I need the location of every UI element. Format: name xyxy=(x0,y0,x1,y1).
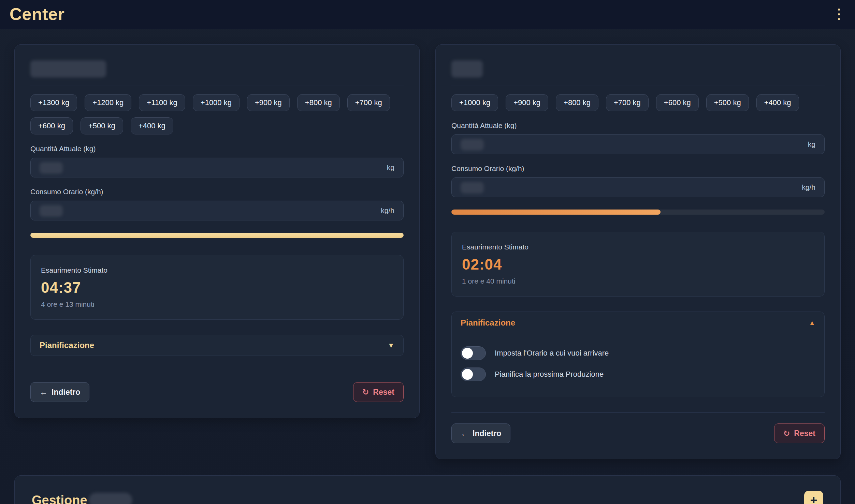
redacted-card-title xyxy=(451,60,483,77)
card-footer: ← Indietro ↻ Reset xyxy=(30,382,404,402)
quick-add-button[interactable]: +1000 kg xyxy=(193,94,240,111)
card-footer: ← Indietro ↻ Reset xyxy=(451,423,825,443)
reset-label: Reset xyxy=(373,388,394,397)
depletion-duration: 4 ore e 13 minuti xyxy=(41,300,393,308)
next-production-toggle-label: Pianifica la prossima Produzione xyxy=(495,370,604,379)
chevron-down-icon: ▼ xyxy=(388,342,394,349)
app-header: Center xyxy=(0,0,855,29)
reset-button[interactable]: ↻ Reset xyxy=(774,423,825,443)
back-arrow-icon: ← xyxy=(40,388,47,397)
divider xyxy=(451,412,825,413)
divider xyxy=(30,86,404,86)
planning-accordion-collapsed[interactable]: Pianificazione ▼ xyxy=(30,335,404,356)
planning-title: Pianificazione xyxy=(461,318,515,328)
consumption-label: Consumo Orario (kg/h) xyxy=(451,164,825,173)
planning-accordion-header[interactable]: Pianificazione ▲ xyxy=(452,312,824,334)
page-title: Center xyxy=(10,4,64,24)
planning-title: Pianificazione xyxy=(40,341,94,350)
redacted-consumption-value xyxy=(40,205,63,217)
management-header: Gestione + xyxy=(32,491,823,504)
level-progressbar xyxy=(30,233,404,238)
management-section: Gestione + xyxy=(14,475,841,504)
chevron-up-icon: ▲ xyxy=(809,319,815,327)
depletion-label: Esaurimento Stimato xyxy=(41,266,393,274)
quick-add-button[interactable]: +1000 kg xyxy=(451,94,498,111)
toggle-knob xyxy=(462,348,473,359)
quick-add-button[interactable]: +800 kg xyxy=(297,94,340,111)
divider xyxy=(30,371,404,371)
depletion-duration: 1 ore e 40 minuti xyxy=(462,277,814,285)
silo-card-right: +1000 kg+900 kg+800 kg+700 kg+600 kg+500… xyxy=(435,44,841,459)
quick-add-chips: +1300 kg+1200 kg+1100 kg+1000 kg+900 kg+… xyxy=(30,94,404,134)
toggle-row: Pianifica la prossima Produzione xyxy=(461,368,815,381)
quantity-label: Quantità Attuale (kg) xyxy=(30,145,404,153)
consumption-unit: kg/h xyxy=(802,183,815,191)
quantity-label: Quantità Attuale (kg) xyxy=(451,121,825,130)
consumption-label: Consumo Orario (kg/h) xyxy=(30,188,404,196)
reset-icon: ↻ xyxy=(783,429,790,438)
back-label: Indietro xyxy=(473,429,501,438)
planning-accordion-expanded: Pianificazione ▲ Imposta l'Orario a cui … xyxy=(451,312,825,397)
depletion-label: Esaurimento Stimato xyxy=(462,243,814,251)
redacted-card-title xyxy=(30,60,106,77)
quick-add-button[interactable]: +800 kg xyxy=(556,94,598,111)
divider xyxy=(451,86,825,86)
quick-add-button[interactable]: +600 kg xyxy=(656,94,699,111)
level-progressbar xyxy=(451,210,825,215)
add-item-button[interactable]: + xyxy=(804,491,823,504)
depletion-time: 04:37 xyxy=(41,279,393,296)
back-label: Indietro xyxy=(52,388,80,397)
quick-add-button[interactable]: +900 kg xyxy=(506,94,548,111)
reset-icon: ↻ xyxy=(362,388,369,397)
quick-add-button[interactable]: +1100 kg xyxy=(139,94,185,111)
toggle-knob xyxy=(462,369,473,380)
redacted-management-title-suffix xyxy=(89,493,132,504)
quick-add-button[interactable]: +400 kg xyxy=(131,117,173,134)
quick-add-button[interactable]: +500 kg xyxy=(81,117,123,134)
quantity-input[interactable]: kg xyxy=(30,158,404,177)
reset-label: Reset xyxy=(794,429,815,438)
kebab-menu-icon[interactable] xyxy=(835,5,843,24)
quick-add-chips: +1000 kg+900 kg+800 kg+700 kg+600 kg+500… xyxy=(451,94,825,111)
quick-add-button[interactable]: +400 kg xyxy=(756,94,799,111)
back-button[interactable]: ← Indietro xyxy=(30,382,89,402)
quick-add-button[interactable]: +900 kg xyxy=(247,94,290,111)
target-time-toggle[interactable] xyxy=(461,346,486,360)
consumption-unit: kg/h xyxy=(381,206,394,215)
level-progress-fill xyxy=(30,233,404,238)
redacted-consumption-value xyxy=(461,182,484,193)
main-content: +1300 kg+1200 kg+1100 kg+1000 kg+900 kg+… xyxy=(0,29,855,459)
quick-add-button[interactable]: +500 kg xyxy=(706,94,749,111)
toggle-row: Imposta l'Orario a cui vuoi arrivare xyxy=(461,346,815,360)
silo-card-left: +1300 kg+1200 kg+1100 kg+1000 kg+900 kg+… xyxy=(14,44,420,418)
reset-button[interactable]: ↻ Reset xyxy=(353,382,404,402)
consumption-input[interactable]: kg/h xyxy=(451,177,825,197)
planning-body: Imposta l'Orario a cui vuoi arrivare Pia… xyxy=(452,334,824,397)
level-progress-fill xyxy=(451,210,661,215)
depletion-panel: Esaurimento Stimato 04:37 4 ore e 13 min… xyxy=(30,255,404,320)
target-time-toggle-label: Imposta l'Orario a cui vuoi arrivare xyxy=(495,349,609,358)
quick-add-button[interactable]: +700 kg xyxy=(606,94,649,111)
depletion-time: 02:04 xyxy=(462,256,814,273)
redacted-quantity-value xyxy=(40,162,63,174)
quick-add-button[interactable]: +1200 kg xyxy=(85,94,131,111)
quantity-unit: kg xyxy=(808,140,815,148)
management-title: Gestione xyxy=(32,493,87,504)
back-button[interactable]: ← Indietro xyxy=(451,423,510,443)
next-production-toggle[interactable] xyxy=(461,368,486,381)
quantity-unit: kg xyxy=(387,163,394,172)
redacted-quantity-value xyxy=(461,139,484,150)
quantity-input[interactable]: kg xyxy=(451,134,825,154)
back-arrow-icon: ← xyxy=(461,429,468,438)
quick-add-button[interactable]: +600 kg xyxy=(30,117,73,134)
consumption-input[interactable]: kg/h xyxy=(30,201,404,220)
quick-add-button[interactable]: +1300 kg xyxy=(30,94,77,111)
depletion-panel: Esaurimento Stimato 02:04 1 ore e 40 min… xyxy=(451,232,825,297)
quick-add-button[interactable]: +700 kg xyxy=(347,94,390,111)
